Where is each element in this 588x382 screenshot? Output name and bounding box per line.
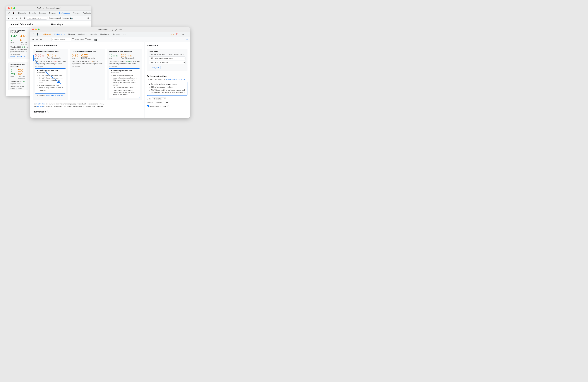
lcp-title-1: Largest Contentful Paint (LCP) (10, 29, 28, 33)
record-btn-1[interactable]: ⏺ (7, 17, 10, 20)
inspect-icon[interactable]: ⬡ (7, 11, 11, 15)
nav-badges-2: ⚠ 1 🚩 2 (170, 33, 180, 36)
memory-check-1[interactable] (61, 17, 63, 19)
tab-performance-2[interactable]: Performance (53, 33, 66, 36)
footer-text-2: The local metrics are captured from the … (33, 103, 142, 108)
consider-real-item-0: 83% of users are on desktop. (151, 86, 186, 88)
nav-icons-1: ⬡ 📱 (7, 11, 15, 15)
interactions-info-icon[interactable]: ℹ (47, 111, 49, 113)
inp-local-val-1: 8 ms (10, 69, 15, 76)
device-select-2[interactable]: Device: Auto (Desktop) (149, 61, 186, 64)
inp-local-val-2: 40 ms (109, 54, 118, 57)
lcp-desc-2: Your local LCP value of 6.88 s is poor, … (35, 60, 66, 67)
simulate-link[interactable]: simulate different devices (166, 78, 185, 80)
toolbar-1: ⏺ ↺ ⊘ ⬆ ⬇ (no recordings) ▾ Screenshots … (6, 16, 91, 20)
inp-card-1: Interaction to Next Paint (INP) 8 ms Loc… (8, 62, 28, 90)
close-button-1[interactable] (8, 7, 10, 9)
lcp-field-label-1: Field 75th Percentile (20, 41, 28, 45)
tab-console-1[interactable]: Console (28, 11, 37, 15)
download-btn-2[interactable]: ⬇ (47, 38, 50, 41)
lcp-element-1: LCP Element div.tile__text.tile__edu... (10, 54, 28, 57)
next-steps-sidebar-2: Next steps Field data Collection period:… (144, 42, 190, 118)
url-select-2[interactable]: URL: https://fonts.google.com/ (149, 57, 186, 60)
upload-btn-1[interactable]: ⬆ (19, 17, 22, 20)
screenshots-check-1[interactable] (48, 17, 50, 19)
local-metrics-link[interactable]: local metrics (36, 103, 45, 105)
screenshots-checkbox-2[interactable]: Screenshots (72, 39, 84, 40)
reload-btn-2[interactable]: ↺ (36, 38, 39, 41)
inp-field-1: 255 ms Field 75th Percentile (18, 69, 26, 79)
record-btn-2[interactable]: ⏺ (32, 38, 35, 41)
footer-line1: The local metrics are captured from the … (33, 103, 142, 105)
main-content-2: Local and field metrics Largest Contentf… (30, 42, 144, 118)
tab-performance-1[interactable]: Performance (58, 11, 71, 15)
device-icon[interactable]: 📱 (12, 11, 15, 15)
minimize-button-2[interactable] (35, 29, 37, 30)
tab-memory-1[interactable]: Memory (72, 11, 81, 15)
lcp-consider-item-0: Screen size can influence what the LCP e… (39, 74, 64, 84)
consider-real-title-2[interactable]: ▼ Consider real user environments (149, 83, 186, 85)
lcp-consider-list-2: Screen size can influence what the LCP e… (37, 74, 64, 91)
lcp-element-link-2[interactable]: h1.tile__header--title.mai... (45, 94, 65, 96)
inp-title-2: Interaction to Next Paint (INP) (109, 51, 140, 52)
inp-field-label-2: Field 75th percentile (121, 57, 135, 59)
reload-btn-1[interactable]: ↺ (11, 17, 14, 20)
tab-application-1[interactable]: Application (82, 11, 91, 15)
clear-btn-1[interactable]: ⊘ (15, 17, 18, 20)
minimize-button-1[interactable] (11, 7, 12, 9)
env-desc-2: Use the device toolbar to simulate diffe… (147, 78, 188, 80)
devtools-nav-2: ⬡ 📱 ⚠ Network Performance Memory Applica… (30, 32, 190, 37)
more-icon-2[interactable]: ⋮ (185, 33, 189, 36)
inp-consider-title-2[interactable]: ▼ Consider your local test conditions (111, 70, 138, 74)
maximize-button-1[interactable] (13, 7, 15, 9)
inp-consider-item-1: How a user interacts with the page influ… (113, 87, 138, 96)
disable-cache-info-icon[interactable]: ? (167, 105, 169, 107)
tab-security-2[interactable]: Security (89, 33, 98, 36)
recordings-input-1[interactable]: (no recordings) ▾ (27, 17, 47, 20)
download-btn-1[interactable]: ⬇ (23, 17, 26, 20)
cpu-select-2[interactable]: No throttling 4x slowdown 6x slowdown (152, 97, 166, 100)
camera-icon-1[interactable]: 📷 (70, 17, 73, 20)
inp-consider-item-0: Real users may experience longer interac… (113, 74, 138, 86)
nav-icons-2: ⬡ 📱 (32, 33, 40, 36)
lcp-element-link-1[interactable]: div.tile__text.tile__edu... (10, 56, 28, 57)
tab-network-1[interactable]: Network (48, 11, 57, 15)
inp-desc-1: Your local INP 8 ms is good, and is sign… (10, 80, 26, 90)
footer-line2: The field data is measured by real users… (33, 105, 142, 108)
lcp-element-2: LCP Element h1.tile__header--title.mai..… (35, 94, 66, 96)
upload-btn-2[interactable]: ⬆ (43, 38, 46, 41)
inp-local-label-2: Local (109, 57, 118, 59)
device-icon-2[interactable]: 📱 (36, 33, 40, 36)
settings-toolbar-icon-2[interactable]: ⚙ (185, 38, 189, 41)
tab-sources-1[interactable]: Sources (38, 11, 47, 15)
lcp-field-val-2: 3.48 s (47, 54, 61, 57)
configure-btn-2[interactable]: Configure (149, 66, 161, 69)
screenshots-check-2[interactable] (72, 39, 74, 40)
tab-memory-2[interactable]: Memory (67, 33, 76, 36)
tab-recorder-2[interactable]: Recorder (111, 33, 122, 36)
lcp-consider-box-2: ▼ Consider your local test conditions Sc… (35, 68, 66, 94)
settings-toolbar-icon-1[interactable]: ⚙ (86, 16, 90, 20)
memory-checkbox-1[interactable]: Memory (61, 17, 69, 19)
close-button-2[interactable] (32, 29, 34, 30)
next-steps-title-1: Next steps (51, 23, 89, 25)
screenshots-checkbox-1[interactable]: Screenshots (48, 17, 60, 19)
disable-cache-check-2[interactable] (147, 105, 149, 107)
inspect-icon-2[interactable]: ⬡ (32, 33, 35, 36)
memory-check-2[interactable] (85, 39, 87, 40)
tab-application-2[interactable]: Application (77, 33, 88, 36)
network-select-2[interactable]: Slow 4G Fast 4G No throttling (155, 101, 168, 104)
memory-checkbox-2[interactable]: Memory (85, 39, 93, 40)
tab-lighthouse-2[interactable]: Lighthouse (99, 33, 111, 36)
tab-network-2[interactable]: ⚠ Network (41, 33, 53, 36)
tab-elements-1[interactable]: Elements (17, 11, 27, 15)
clear-btn-2[interactable]: ⊘ (40, 38, 42, 41)
field-data-link[interactable]: field data (36, 105, 43, 107)
settings-icon-2[interactable]: ⚙ (181, 33, 185, 36)
lcp-values-2: 6.88 s Local 3.48 s Field 75th percentil… (35, 54, 66, 59)
tab-more-2[interactable]: >> (122, 33, 127, 36)
lcp-consider-title-2[interactable]: ▼ Consider your local test conditions (37, 70, 64, 74)
maximize-button-2[interactable] (38, 29, 40, 30)
camera-icon-2[interactable]: 📷 (94, 38, 97, 41)
recordings-input-2[interactable]: (no recordings) ▾ (51, 38, 71, 41)
